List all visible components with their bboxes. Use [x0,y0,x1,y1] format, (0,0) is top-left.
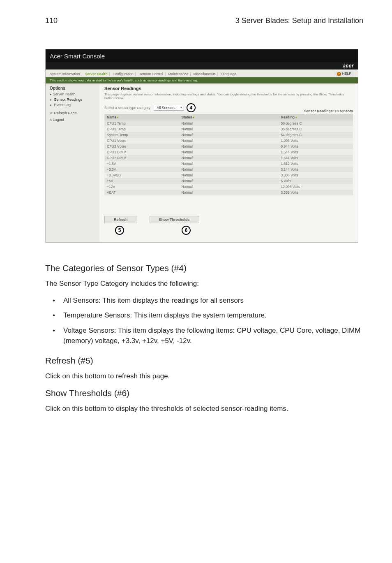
page-number: 110 [45,16,58,25]
cell-status: Normal [179,138,279,144]
cell-reading: 54 degrees C [279,132,353,138]
cell-reading: 3.336 Volts [279,190,353,195]
tab-language[interactable]: Language [221,72,236,76]
table-row[interactable]: CPU2 TempNormal35 degrees C [104,126,353,132]
cell-name: VBAT [104,190,179,195]
col-status[interactable]: Status [179,114,279,120]
help-icon: ? [337,72,341,76]
cell-status: Normal [179,167,279,172]
table-row[interactable]: +12VNormal12.096 Volts [104,184,353,190]
chapter-title: 3 Server Blades: Setup and Installation [235,16,363,25]
tab-maintenance[interactable]: Maintenance [168,72,189,76]
help-button[interactable]: ?HELP [334,71,354,76]
brand-logo: acer [343,63,354,69]
callout-4: 4 [187,103,196,112]
sensor-table: Name Status Reading CPU1 TempNormal50 de… [104,114,353,195]
sensor-select-label: Select a sensor type category: [104,106,151,110]
para-show-thresholds: Click on this bottom to display the thre… [45,404,363,414]
sidebar-logout[interactable]: ⎋ Logout [50,118,97,122]
cell-reading: 12.096 Volts [279,184,353,190]
sidebar-item-label: Event Log [54,103,71,107]
categories-list: All Sensors: This item displays the read… [45,296,363,346]
cell-name: System Temp [104,132,179,138]
list-item: Temperature Sensors: This item displays … [61,310,363,321]
table-row[interactable]: CPU2 VcoreNormal0.944 Volts [104,144,353,149]
cell-name: +5V [104,178,179,184]
heading-show-thresholds: Show Thresholds (#6) [45,388,363,398]
cell-name: +1.5V [104,161,179,167]
tab-remote-control[interactable]: Remote Control [138,72,163,76]
cell-name: +3.3V [104,167,179,172]
heading-refresh: Refresh (#5) [45,356,363,366]
callout-6: 6 [182,226,191,235]
cell-status: Normal [179,126,279,132]
folder-icon: ▸ [50,92,52,96]
para-categories: The Sensor Type Category includes the fo… [45,279,363,289]
table-row[interactable]: CPU1 DIMMNormal1.544 Volts [104,149,353,155]
col-name[interactable]: Name [104,114,179,120]
dot-icon [50,99,51,101]
cell-status: Normal [179,155,279,161]
tab-system-information[interactable]: System Information [50,72,80,76]
sidebar-item-label: Logout [53,118,65,122]
list-item: All Sensors: This item displays the read… [61,296,363,306]
cell-reading: 0.944 Volts [279,144,353,149]
panel-description: This page displays system sensor informa… [104,93,353,100]
table-row[interactable]: System TempNormal54 degrees C [104,132,353,138]
sidebar-item-label: Server Health [53,92,76,96]
tab-miscellaneous[interactable]: Miscellaneous [194,72,216,76]
main-panel: Sensor Readings This page displays syste… [99,83,358,242]
cell-reading: 1.096 Volts [279,138,353,144]
table-row[interactable]: CPU2 DIMMNormal1.544 Volts [104,155,353,161]
show-thresholds-button[interactable]: Show Thresholds [150,216,199,223]
sidebar-refresh-page[interactable]: ⟳ Refresh Page [50,111,97,115]
logout-icon: ⎋ [50,118,52,122]
cell-status: Normal [179,184,279,190]
table-row[interactable]: +5VNormal5 Volts [104,178,353,184]
cell-reading: 35 degrees C [279,126,353,132]
list-item: Voltage Sensors: This item displays the … [61,326,363,346]
sidebar-item-server-health[interactable]: ▸ Server Health [50,92,97,96]
sidebar: Options ▸ Server Health Sensor Readings … [46,83,99,242]
heading-categories: The Categories of Sensor Types (#4) [45,263,363,273]
refresh-button[interactable]: Refresh [104,216,137,223]
window-title: Acer Smart Console [46,49,358,62]
cell-name: CPU1 Temp [104,120,179,126]
sidebar-item-sensor-readings[interactable]: Sensor Readings [50,97,97,102]
cell-status: Normal [179,132,279,138]
cell-reading: 1.544 Volts [279,149,353,155]
table-row[interactable]: +3.3VSBNormal3.336 Volts [104,172,353,178]
sidebar-item-event-log[interactable]: Event Log [50,103,97,107]
para-refresh: Click on this bottom to refresh this pag… [45,371,363,382]
panel-heading: Sensor Readings [104,86,353,91]
cell-name: CPU2 Vcore [104,144,179,149]
cell-name: CPU2 DIMM [104,155,179,161]
table-row[interactable]: CPU1 VcoreNormal1.096 Volts [104,138,353,144]
tab-bar: System Information| Server Health| Confi… [46,70,358,77]
table-row[interactable]: CPU1 TempNormal50 degrees C [104,120,353,126]
cell-name: +3.3VSB [104,172,179,178]
cell-status: Normal [179,190,279,195]
cell-reading: 3.336 Volts [279,172,353,178]
cell-name: CPU1 DIMM [104,149,179,155]
table-row[interactable]: +1.5VNormal1.512 Volts [104,161,353,167]
table-row[interactable]: +3.3VNormal3.144 Volts [104,167,353,172]
cell-status: Normal [179,178,279,184]
table-row[interactable]: VBATNormal3.336 Volts [104,190,353,195]
dot-icon [50,104,51,106]
cell-status: Normal [179,172,279,178]
sidebar-item-label: Refresh Page [54,111,77,115]
info-bar: This section shows you data related to t… [46,77,358,83]
cell-name: CPU1 Vcore [104,138,179,144]
cell-reading: 5 Volts [279,178,353,184]
cell-status: Normal [179,144,279,149]
sensor-type-select[interactable]: All Sensors [154,105,184,111]
tabs: System Information| Server Health| Confi… [50,72,238,76]
tab-server-health[interactable]: Server Health [85,72,108,76]
brand-row: acer [46,62,358,70]
cell-status: Normal [179,120,279,126]
tab-configuration[interactable]: Configuration [113,72,134,76]
cell-name: +12V [104,184,179,190]
running-header: 110 3 Server Blades: Setup and Installat… [45,16,363,25]
col-reading[interactable]: Reading [279,114,353,120]
